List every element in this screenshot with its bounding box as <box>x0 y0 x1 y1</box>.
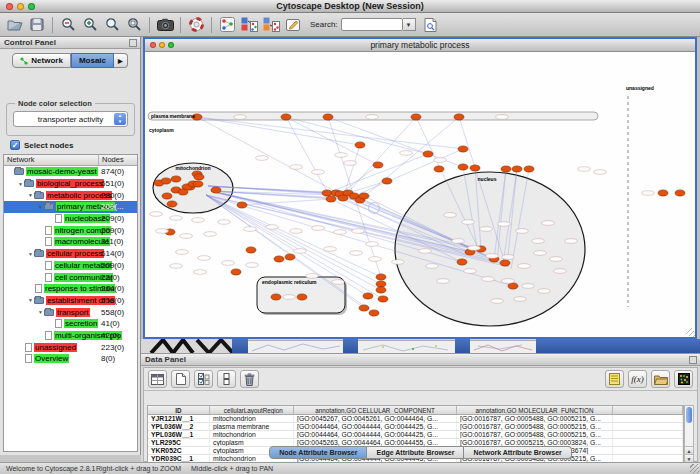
open-session-button[interactable] <box>4 15 26 35</box>
network-node-label[interactable] <box>350 251 363 256</box>
tree-item-multi-organism-pro[interactable]: multi-organism pro42(0) <box>4 330 137 342</box>
tree-item-establishment-of-lo[interactable]: ▼establishment of lo558(0) <box>4 295 137 307</box>
table-row[interactable]: YPL036W__2plasma membrane[GO:0044464, GO… <box>148 423 683 431</box>
network-node-label[interactable] <box>332 280 345 285</box>
tree-item-biological-process[interactable]: ▼biological_process651(0) <box>4 178 137 190</box>
zoom-fit-button[interactable] <box>101 15 123 35</box>
network-node-label[interactable] <box>482 277 495 282</box>
network-node-label[interactable] <box>312 170 325 175</box>
network-node-label[interactable] <box>170 264 183 269</box>
network-node[interactable] <box>376 287 386 293</box>
minimize-button[interactable] <box>159 42 165 48</box>
tab-network[interactable]: Network <box>12 53 71 68</box>
node-color-dropdown[interactable]: transporter activity ▲▼ <box>13 111 128 127</box>
network-node[interactable] <box>355 142 365 148</box>
network-node-label[interactable] <box>366 242 379 247</box>
float-panel-icon[interactable] <box>689 356 697 364</box>
network-column-header[interactable]: Network <box>4 155 99 165</box>
network-node[interactable] <box>323 114 333 120</box>
network-node-label[interactable] <box>294 249 307 254</box>
network-node-label[interactable] <box>256 156 269 161</box>
network-node[interactable] <box>369 310 379 316</box>
network-node-label[interactable] <box>594 170 607 175</box>
network-node[interactable] <box>508 283 518 289</box>
help-button[interactable] <box>185 15 207 35</box>
table-row[interactable]: YJR121W__1mitochondrion[GO:0045267, GO:0… <box>148 415 683 423</box>
zoom-button[interactable] <box>28 3 35 10</box>
table-row[interactable]: YPL036W__1mitochondrion[GO:0044464, GO:0… <box>148 431 683 439</box>
tree-item-secretion[interactable]: secretion41(0) <box>4 318 137 330</box>
tree-item-metabolic-process[interactable]: ▼metabolic process280(0) <box>4 189 137 201</box>
network-node[interactable] <box>231 269 241 275</box>
network-node[interactable] <box>322 190 332 196</box>
network-node[interactable] <box>457 259 467 265</box>
network-node[interactable] <box>373 162 383 168</box>
network-node[interactable] <box>500 260 510 266</box>
tree-item-macromolecule[interactable]: macromolecule311(0) <box>4 236 137 248</box>
network-node[interactable] <box>237 202 247 208</box>
column-header[interactable]: _cellularLayoutRegion <box>210 406 294 414</box>
network-node[interactable] <box>524 166 534 172</box>
network-node[interactable] <box>178 189 188 195</box>
network-node[interactable] <box>281 114 291 120</box>
nodes-column-header[interactable]: Nodes <box>99 155 124 165</box>
network-node-label[interactable] <box>462 220 475 225</box>
network-node-label[interactable] <box>534 251 547 256</box>
expand-arrow-icon[interactable]: ▼ <box>27 192 34 198</box>
tree-item-transport[interactable]: ▼transport558(0) <box>4 306 137 318</box>
network-node-label[interactable] <box>198 256 211 261</box>
network-node-label[interactable] <box>234 115 247 120</box>
network-node[interactable] <box>274 256 284 262</box>
network-node-label[interactable] <box>334 230 347 235</box>
network-node-label[interactable] <box>516 229 529 234</box>
network-node[interactable] <box>378 296 388 302</box>
tab-mosaic[interactable]: Mosaic <box>71 53 114 68</box>
column-header[interactable]: ID <box>148 406 210 414</box>
network-node[interactable] <box>359 193 369 199</box>
network-node[interactable] <box>454 114 464 120</box>
tree-item-mosaic-demo-yeast[interactable]: mosaic-demo-yeast874(0) <box>4 166 137 178</box>
network-node-label[interactable] <box>437 279 450 284</box>
import-attributes-button[interactable] <box>260 15 282 35</box>
select-nodes-checkbox[interactable]: ✓ <box>10 140 20 150</box>
network-node-label[interactable] <box>369 257 382 262</box>
network-node[interactable] <box>501 166 511 172</box>
import-vizmap-button[interactable] <box>238 15 260 35</box>
network-node-label[interactable] <box>335 153 348 158</box>
network-node-label[interactable] <box>306 274 319 279</box>
network-node[interactable] <box>271 294 281 300</box>
network-node[interactable] <box>167 201 177 207</box>
background-window-sliver[interactable] <box>358 340 455 353</box>
network-node[interactable] <box>675 190 685 196</box>
tree-item-nucleobase-[interactable]: nucleobase-209(0) <box>4 213 137 225</box>
network-node-label[interactable] <box>578 167 591 172</box>
column-header[interactable]: annotation.GO MOLECULAR_FUNCTION <box>457 406 613 414</box>
network-node-label[interactable] <box>324 247 337 252</box>
network-node-label[interactable] <box>192 218 205 223</box>
save-session-button[interactable] <box>26 15 48 35</box>
network-node[interactable] <box>162 193 172 199</box>
network-node-label[interactable] <box>344 161 357 166</box>
network-node[interactable] <box>297 294 307 300</box>
network-overview-button[interactable] <box>216 15 238 35</box>
network-node-label[interactable] <box>419 249 432 254</box>
network-node-label[interactable] <box>156 229 169 234</box>
search-input[interactable] <box>341 18 403 31</box>
network-node[interactable] <box>658 190 668 196</box>
network-node-label[interactable] <box>502 255 515 260</box>
network-node-label[interactable] <box>486 254 499 259</box>
tree-item-overview[interactable]: Overview8(0) <box>4 353 137 365</box>
network-node[interactable] <box>423 151 433 157</box>
import-attribute-file-button[interactable] <box>651 370 670 388</box>
tab-edge-attribute-browser[interactable]: Edge Attribute Browser <box>367 446 464 459</box>
network-node[interactable] <box>376 274 386 280</box>
matrix-button[interactable] <box>674 370 693 388</box>
network-node-label[interactable] <box>392 260 405 265</box>
tree-item-unassigned[interactable]: unassigned223(0) <box>4 341 137 353</box>
network-node-label[interactable] <box>554 269 567 274</box>
network-node-label[interactable] <box>312 226 325 231</box>
network-node-label[interactable] <box>518 264 531 269</box>
network-node-label[interactable] <box>352 229 365 234</box>
snapshot-button[interactable] <box>154 15 176 35</box>
notes-button[interactable] <box>605 370 624 388</box>
